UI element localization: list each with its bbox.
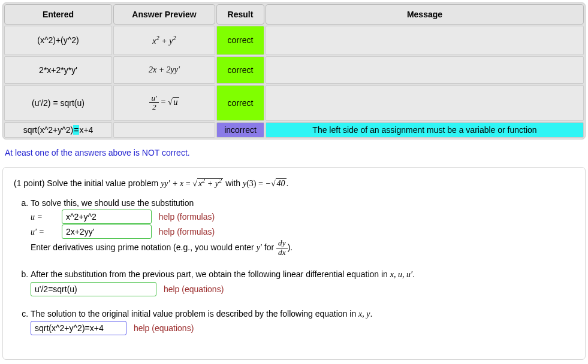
input-uprime[interactable] <box>62 225 152 239</box>
part-c-text: The solution to the original initial val… <box>31 307 574 321</box>
part-a: To solve this, we should use the substit… <box>31 196 574 257</box>
input-u[interactable] <box>62 210 152 224</box>
problem-equation: yy′ + x = x2 + y2 <box>161 179 223 188</box>
results-table: Entered Answer Preview Result Message (x… <box>2 2 586 139</box>
cell-entered: sqrt(x^2+y^2)=x+4 <box>4 122 112 138</box>
cell-entered: (u'/2) = sqrt(u) <box>4 85 112 121</box>
part-b: After the substitution from the previous… <box>31 268 574 296</box>
part-a-text: To solve this, we should use the substit… <box>31 196 574 210</box>
problem-statement: (1 point) Solve the initial value proble… <box>14 176 574 190</box>
u-label: u = <box>31 211 59 224</box>
help-link-a1[interactable]: help (formulas) <box>159 212 215 222</box>
deriv-hint: Enter derivatives using prime notation (… <box>31 239 574 257</box>
table-row: (x^2)+(y^2)x2 + y2correct <box>4 26 584 55</box>
th-result: Result <box>216 4 264 25</box>
table-row: 2*x+2*y*y'2x + 2yy′correct <box>4 56 584 84</box>
cell-preview: u′2 = u <box>113 85 215 121</box>
cell-message <box>266 85 584 121</box>
th-message: Message <box>266 4 584 25</box>
th-entered: Entered <box>4 4 112 25</box>
results-tbody: (x^2)+(y^2)x2 + y2correct2*x+2*y*y'2x + … <box>4 26 584 138</box>
cell-preview: x2 + y2 <box>113 26 215 55</box>
period: . <box>287 178 289 188</box>
help-link-b[interactable]: help (equations) <box>164 284 224 294</box>
table-row: (u'/2) = sqrt(u)u′2 = ucorrect <box>4 85 584 121</box>
cell-result: correct <box>216 85 264 121</box>
cell-message <box>266 26 584 55</box>
cell-entered: (x^2)+(y^2) <box>4 26 112 55</box>
cell-message <box>266 56 584 84</box>
cell-message: The left side of an assignment must be a… <box>266 122 584 138</box>
cell-entered: 2*x+2*y*y' <box>4 56 112 84</box>
th-preview: Answer Preview <box>113 4 215 25</box>
part-b-text: After the substitution from the previous… <box>31 268 574 281</box>
cell-preview: 2x + 2yy′ <box>113 56 215 84</box>
problem-box: (1 point) Solve the initial value proble… <box>2 167 586 360</box>
with-text: with <box>225 178 243 188</box>
table-row: sqrt(x^2+y^2)=x+4incorrectThe left side … <box>4 122 584 138</box>
help-link-a2[interactable]: help (formulas) <box>159 227 215 236</box>
point-label: (1 point) Solve the initial value proble… <box>14 178 161 188</box>
uprime-label: u′ = <box>31 226 59 239</box>
cell-result: incorrect <box>216 122 264 138</box>
part-c: The solution to the original initial val… <box>31 307 574 335</box>
cell-preview <box>113 122 215 138</box>
input-c[interactable] <box>31 321 126 335</box>
notice-incorrect: At least one of the answers above is NOT… <box>5 148 586 157</box>
cell-result: correct <box>216 26 264 55</box>
input-b[interactable] <box>31 282 156 296</box>
problem-condition: y(3) = −40 <box>243 179 287 188</box>
help-link-c[interactable]: help (equations) <box>134 323 194 333</box>
cell-result: correct <box>216 56 264 84</box>
